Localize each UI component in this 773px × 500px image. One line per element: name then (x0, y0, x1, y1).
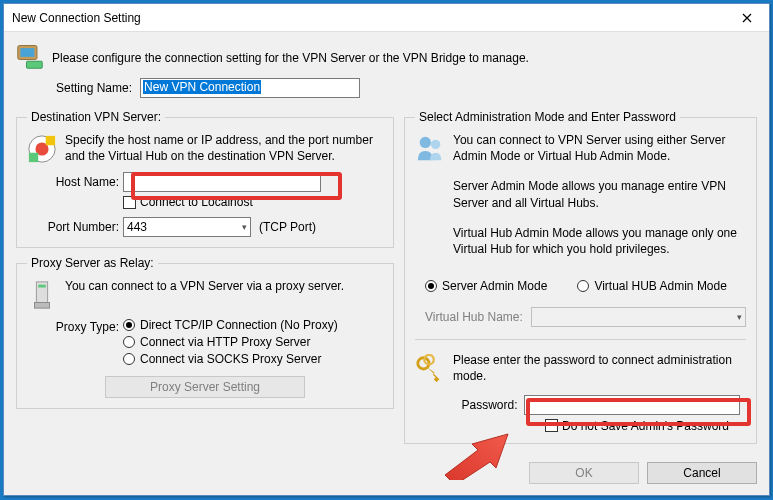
server-admin-label: Server Admin Mode (442, 279, 547, 293)
admin-legend: Select Administration Mode and Enter Pas… (415, 110, 680, 124)
vhub-name-label: Virtual Hub Name: (425, 310, 523, 324)
vhub-admin-label: Virtual HUB Admin Mode (594, 279, 727, 293)
svg-rect-5 (29, 153, 38, 162)
admin-desc1: You can connect to VPN Server using eith… (453, 132, 746, 164)
proxy-desc: You can connect to a VPN Server via a pr… (65, 278, 344, 294)
proxy-direct-label: Direct TCP/IP Connection (No Proxy) (140, 318, 338, 332)
cancel-button[interactable]: Cancel (647, 462, 757, 484)
svg-rect-6 (46, 136, 55, 145)
ok-button[interactable]: OK (529, 462, 639, 484)
keys-icon (415, 354, 445, 384)
svg-point-11 (431, 140, 440, 149)
chevron-down-icon: ▾ (737, 312, 742, 322)
password-label: Password: (461, 398, 517, 412)
password-input[interactable] (524, 395, 740, 415)
proxy-group: Proxy Server as Relay: You can connect t… (16, 256, 394, 409)
host-name-label: Host Name: (27, 175, 119, 189)
port-number-label: Port Number: (27, 220, 119, 234)
vhub-name-combo: ▾ (531, 307, 746, 327)
localhost-label: Connect to Localhost (140, 195, 253, 209)
admin-icon (415, 134, 445, 164)
nosave-checkbox[interactable] (545, 419, 558, 432)
svg-rect-9 (38, 285, 46, 288)
radio-icon (577, 280, 589, 292)
svg-rect-1 (20, 48, 34, 57)
proxy-server-icon (27, 280, 57, 310)
svg-rect-2 (27, 61, 43, 68)
svg-point-10 (420, 137, 431, 148)
admin-group: Select Administration Mode and Enter Pas… (404, 110, 757, 444)
dialog-window: New Connection Setting Please configure … (3, 3, 770, 496)
port-note: (TCP Port) (259, 220, 316, 234)
proxy-setting-button[interactable]: Proxy Server Setting (105, 376, 305, 398)
nosave-label: Do not Save Admin's Password (562, 419, 729, 433)
proxy-socks-radio[interactable]: Connect via SOCKS Proxy Server (123, 352, 338, 366)
localhost-checkbox[interactable] (123, 196, 136, 209)
close-button[interactable] (725, 4, 769, 32)
radio-icon (123, 353, 135, 365)
vhub-admin-radio[interactable]: Virtual HUB Admin Mode (577, 279, 727, 293)
destination-legend: Destination VPN Server: (27, 110, 165, 124)
connection-icon (16, 42, 44, 70)
admin-desc2: Server Admin Mode allows you manage enti… (453, 178, 746, 210)
radio-icon (123, 336, 135, 348)
host-name-input[interactable] (123, 172, 321, 192)
radio-icon (425, 280, 437, 292)
divider (415, 339, 746, 340)
port-number-value: 443 (127, 220, 147, 234)
pwd-intro: Please enter the password to connect adm… (453, 352, 746, 384)
destination-desc: Specify the host name or IP address, and… (65, 132, 383, 164)
proxy-direct-radio[interactable]: Direct TCP/IP Connection (No Proxy) (123, 318, 338, 332)
setting-name-value: New VPN Connection (143, 80, 261, 94)
destination-group: Destination VPN Server: Specify the host… (16, 110, 394, 248)
radio-icon (123, 319, 135, 331)
setting-name-input[interactable]: New VPN Connection (140, 78, 360, 98)
window-title: New Connection Setting (12, 11, 725, 25)
intro-text: Please configure the connection setting … (52, 51, 529, 65)
server-admin-radio[interactable]: Server Admin Mode (425, 279, 547, 293)
chevron-down-icon: ▾ (242, 222, 247, 232)
close-icon (742, 13, 752, 23)
titlebar[interactable]: New Connection Setting (4, 4, 769, 32)
server-icon (27, 134, 57, 164)
svg-rect-8 (35, 303, 50, 309)
proxy-socks-label: Connect via SOCKS Proxy Server (140, 352, 321, 366)
proxy-type-label: Proxy Type: (27, 320, 119, 334)
port-number-combo[interactable]: 443 ▾ (123, 217, 251, 237)
admin-desc3: Virtual Hub Admin Mode allows you manage… (453, 225, 746, 257)
setting-name-label: Setting Name: (56, 81, 132, 95)
proxy-http-label: Connect via HTTP Proxy Server (140, 335, 311, 349)
proxy-http-radio[interactable]: Connect via HTTP Proxy Server (123, 335, 338, 349)
proxy-legend: Proxy Server as Relay: (27, 256, 158, 270)
